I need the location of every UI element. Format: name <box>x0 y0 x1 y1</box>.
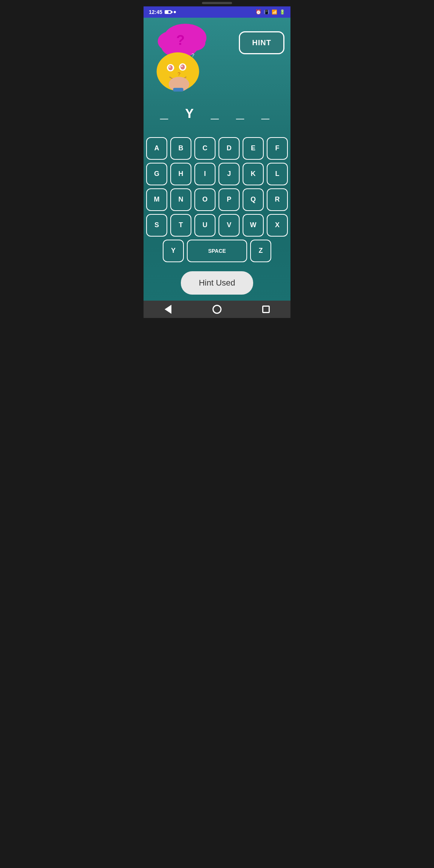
key-row-1: A B C D E F <box>150 137 284 160</box>
hint-used-badge: Hint Used <box>181 271 254 295</box>
key-X[interactable]: X <box>267 214 288 237</box>
svg-text:?: ? <box>191 52 194 58</box>
top-section: ? ? ? <box>150 24 284 92</box>
key-row-3: M N O P Q R <box>150 188 284 211</box>
recents-icon <box>262 306 270 313</box>
key-J[interactable]: J <box>219 163 240 185</box>
thinking-emoji: ? ? ? <box>150 24 210 92</box>
emoji-svg: ? ? ? <box>150 24 210 92</box>
key-F[interactable]: F <box>267 137 288 160</box>
key-W[interactable]: W <box>243 214 264 237</box>
key-A[interactable]: A <box>146 137 167 160</box>
svg-text:?: ? <box>176 32 185 48</box>
key-row-4: S T U V W X <box>150 214 284 237</box>
home-button[interactable] <box>208 302 226 317</box>
notification-dot <box>174 11 176 13</box>
keyboard: A B C D E F G H I J K L M N O P Q R S T <box>150 137 284 262</box>
key-R[interactable]: R <box>267 188 288 211</box>
nav-bar <box>144 301 290 318</box>
key-N[interactable]: N <box>170 188 191 211</box>
key-T[interactable]: T <box>170 214 191 237</box>
svg-point-11 <box>169 66 171 67</box>
back-button[interactable] <box>159 302 177 317</box>
svg-rect-19 <box>173 88 183 92</box>
svg-text:?: ? <box>177 71 180 77</box>
key-V[interactable]: V <box>219 214 240 237</box>
recents-button[interactable] <box>257 302 275 317</box>
status-left: 12:45 <box>149 9 176 15</box>
key-row-2: G H I J K L <box>150 163 284 185</box>
key-P[interactable]: P <box>219 188 240 211</box>
svg-point-14 <box>181 65 183 67</box>
key-C[interactable]: C <box>194 137 215 160</box>
phone-notch <box>202 2 232 4</box>
svg-point-13 <box>180 64 185 70</box>
key-E[interactable]: E <box>243 137 264 160</box>
key-H[interactable]: H <box>170 163 191 185</box>
key-row-5: Y SPACE Z <box>150 240 284 262</box>
key-I[interactable]: I <box>194 163 215 185</box>
battery-charging-icon: 🔋 <box>280 9 285 15</box>
back-icon <box>165 305 171 314</box>
key-Q[interactable]: Q <box>243 188 264 211</box>
hint-button[interactable]: HINT <box>239 31 284 54</box>
key-space[interactable]: SPACE <box>187 240 247 262</box>
key-M[interactable]: M <box>146 188 167 211</box>
signal-icon: 📶 <box>272 9 277 15</box>
key-B[interactable]: B <box>170 137 191 160</box>
svg-point-10 <box>168 65 173 70</box>
home-icon <box>212 305 222 314</box>
key-Z[interactable]: Z <box>250 240 271 262</box>
phone-top-bar <box>144 0 290 6</box>
key-U[interactable]: U <box>194 214 215 237</box>
key-S[interactable]: S <box>146 214 167 237</box>
status-right: ⏰ 📳 📶 🔋 <box>255 9 285 15</box>
key-Y[interactable]: Y <box>163 240 184 262</box>
time-display: 12:45 <box>149 9 162 15</box>
key-D[interactable]: D <box>219 137 240 160</box>
status-bar: 12:45 ⏰ 📳 📶 🔋 <box>144 6 290 18</box>
word-display: _ Y _ _ _ <box>160 107 274 122</box>
key-G[interactable]: G <box>146 163 167 185</box>
key-K[interactable]: K <box>243 163 264 185</box>
battery-icon <box>165 10 171 14</box>
key-L[interactable]: L <box>267 163 288 185</box>
key-O[interactable]: O <box>194 188 215 211</box>
alarm-icon: ⏰ <box>255 9 261 15</box>
game-area: ? ? ? <box>144 18 290 301</box>
vibrate-icon: 📳 <box>264 9 269 15</box>
